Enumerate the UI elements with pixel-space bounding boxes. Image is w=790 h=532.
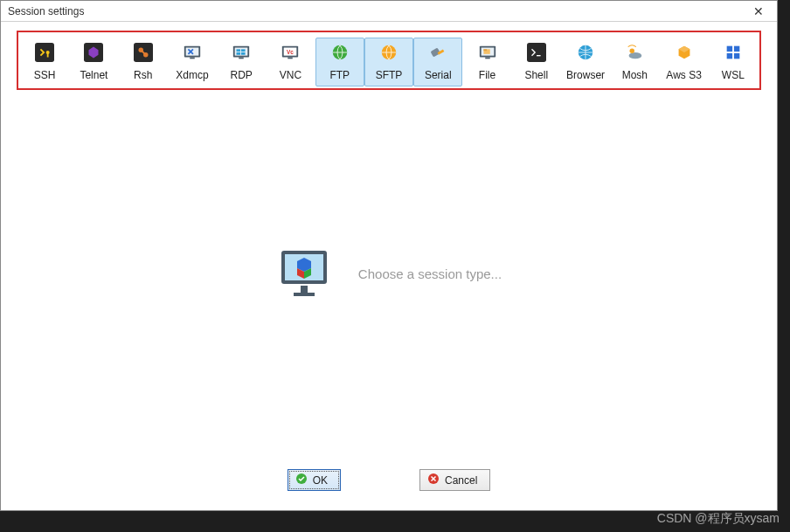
mosh-icon xyxy=(623,41,646,64)
session-label: WSL xyxy=(722,69,745,81)
svg-rect-39 xyxy=(727,46,732,52)
session-label: SSH xyxy=(34,69,56,81)
session-sftp-button[interactable]: SFTP xyxy=(364,38,413,86)
session-file-button[interactable]: File xyxy=(462,38,511,86)
session-vnc-button[interactable]: VcVNC xyxy=(266,38,315,86)
main-area: Choose a session type... xyxy=(1,90,777,457)
session-wsl-button[interactable]: WSL xyxy=(709,38,758,86)
svg-rect-42 xyxy=(734,53,739,59)
rsh-icon xyxy=(132,41,155,64)
svg-rect-2 xyxy=(47,53,49,58)
session-label: Telnet xyxy=(80,69,107,81)
vnc-icon: Vc xyxy=(279,41,301,64)
svg-rect-46 xyxy=(294,293,315,296)
cancel-icon xyxy=(427,473,440,487)
serial-icon xyxy=(426,41,449,64)
ssh-icon xyxy=(33,41,56,64)
session-settings-dialog: Session settings ✕ SSHTelnetRshXdmcpRDPV… xyxy=(0,0,778,511)
session-rdp-button[interactable]: RDP xyxy=(217,38,266,86)
session-awss3-button[interactable]: Aws S3 xyxy=(659,38,708,86)
sftp-icon xyxy=(378,41,400,64)
session-xdmcp-button[interactable]: Xdmcp xyxy=(168,38,217,86)
rdp-icon xyxy=(230,41,253,64)
session-browser-button[interactable]: Browser xyxy=(561,38,610,86)
file-icon xyxy=(476,41,499,64)
session-label: VNC xyxy=(280,69,301,81)
svg-rect-18 xyxy=(239,58,244,59)
button-row: OK Cancel xyxy=(1,457,777,510)
wsl-icon xyxy=(722,41,745,64)
cancel-label: Cancel xyxy=(445,474,477,487)
svg-rect-30 xyxy=(483,49,487,51)
session-telnet-button[interactable]: Telnet xyxy=(69,38,118,86)
shell-icon xyxy=(525,41,548,64)
svg-rect-14 xyxy=(237,49,241,52)
svg-rect-17 xyxy=(241,52,246,55)
session-label: Xdmcp xyxy=(176,69,208,81)
ok-button[interactable]: OK xyxy=(288,469,341,491)
svg-rect-16 xyxy=(237,52,241,55)
monitor-icon xyxy=(276,245,332,301)
session-toolbar: SSHTelnetRshXdmcpRDPVcVNCFTPSFTPSerialFi… xyxy=(17,31,761,90)
session-shell-button[interactable]: Shell xyxy=(512,38,561,86)
session-rsh-button[interactable]: Rsh xyxy=(119,38,168,86)
browser-icon xyxy=(574,41,597,64)
xdmcp-icon xyxy=(181,41,204,64)
svg-point-35 xyxy=(629,52,642,59)
session-label: Serial xyxy=(425,69,452,81)
session-label: File xyxy=(479,69,495,81)
prompt-text: Choose a session type... xyxy=(358,266,502,281)
svg-rect-22 xyxy=(288,58,294,59)
session-mosh-button[interactable]: Mosh xyxy=(610,38,659,86)
session-serial-button[interactable]: Serial xyxy=(413,38,462,86)
close-icon[interactable]: ✕ xyxy=(745,3,772,20)
svg-rect-32 xyxy=(527,43,546,62)
session-label: Rsh xyxy=(134,69,152,81)
telnet-icon xyxy=(82,41,105,64)
svg-point-36 xyxy=(630,48,635,53)
svg-rect-15 xyxy=(241,49,246,52)
svg-text:Vc: Vc xyxy=(288,49,295,55)
session-label: Shell xyxy=(524,69,548,81)
svg-rect-31 xyxy=(485,58,490,59)
ok-label: OK xyxy=(313,474,328,487)
session-ssh-button[interactable]: SSH xyxy=(20,38,69,86)
svg-rect-40 xyxy=(734,46,739,52)
svg-rect-41 xyxy=(727,53,732,59)
svg-rect-11 xyxy=(190,58,195,59)
session-label: SFTP xyxy=(376,69,403,81)
session-label: Aws S3 xyxy=(666,69,701,81)
check-icon xyxy=(295,473,308,487)
ftp-icon xyxy=(329,41,351,64)
awss3-icon xyxy=(673,41,696,64)
watermark: CSDN @程序员xysam xyxy=(657,511,780,527)
svg-rect-45 xyxy=(301,286,308,293)
session-label: Mosh xyxy=(622,69,648,81)
window-title: Session settings xyxy=(8,5,84,17)
session-ftp-button[interactable]: FTP xyxy=(315,38,364,86)
session-label: Browser xyxy=(566,69,605,81)
titlebar: Session settings ✕ xyxy=(1,1,777,22)
cancel-button[interactable]: Cancel xyxy=(419,469,490,491)
svg-rect-10 xyxy=(186,48,199,56)
session-label: RDP xyxy=(231,69,253,81)
session-label: FTP xyxy=(329,69,350,81)
